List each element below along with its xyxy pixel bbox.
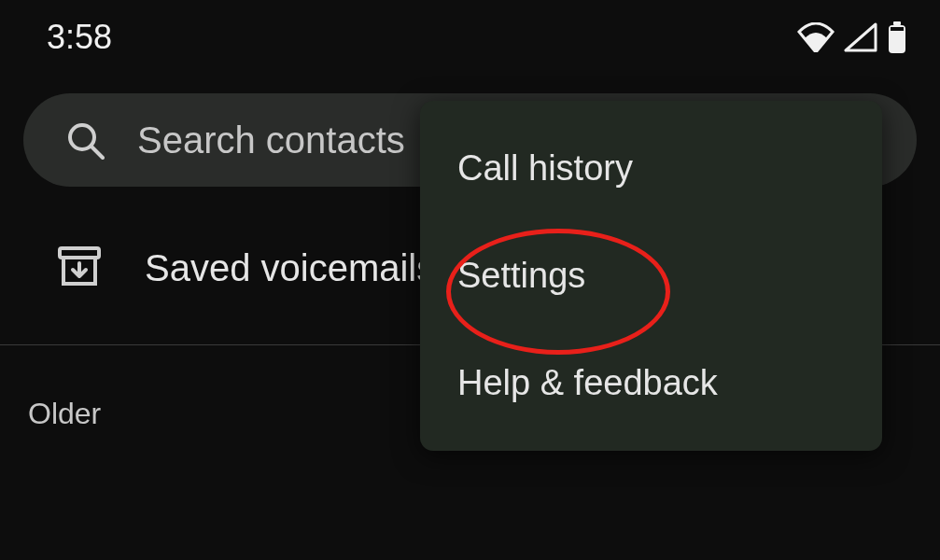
signal-icon (844, 22, 877, 52)
battery-icon (887, 21, 907, 53)
archive-icon (56, 243, 103, 293)
svg-line-4 (91, 147, 103, 158)
wifi-icon (797, 22, 835, 52)
menu-item-help-feedback[interactable]: Help & feedback (420, 329, 882, 437)
menu-item-settings[interactable]: Settings (420, 222, 882, 329)
search-icon (65, 120, 105, 160)
svg-rect-2 (891, 27, 904, 31)
status-time: 3:58 (47, 18, 112, 57)
search-placeholder: Search contacts (137, 119, 405, 161)
status-icons (797, 21, 907, 53)
overflow-menu: Call history Settings Help & feedback (420, 101, 882, 451)
menu-item-call-history[interactable]: Call history (420, 115, 882, 222)
svg-rect-0 (893, 21, 901, 25)
status-bar: 3:58 (0, 0, 940, 65)
svg-rect-5 (60, 248, 99, 258)
